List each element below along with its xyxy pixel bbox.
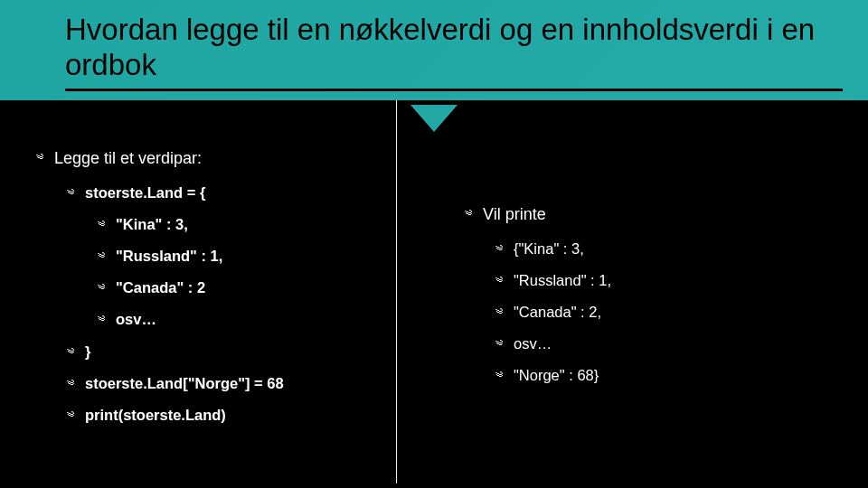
center-divider xyxy=(396,100,397,483)
left-intro: ༄ Legge til et verdipar: xyxy=(33,147,376,170)
right-item: ༄ {"Kina" : 3, xyxy=(492,239,823,259)
text: "Norge" : 68} xyxy=(514,365,599,386)
left-column: ༄ Legge til et verdipar: ༄ stoerste.Land… xyxy=(33,147,376,436)
bullet-icon: ༄ xyxy=(63,375,78,393)
text: stoerste.Land = { xyxy=(85,183,205,203)
right-item: ༄ "Norge" : 68} xyxy=(492,365,823,386)
right-column: ༄ Vil printe ༄ {"Kina" : 3, ༄ "Russland"… xyxy=(461,203,823,398)
bullet-icon: ༄ xyxy=(492,367,506,385)
bullet-icon: ༄ xyxy=(94,311,108,329)
bullet-icon: ༄ xyxy=(492,304,506,322)
title-underline xyxy=(65,89,843,91)
text: "Canada" : 2, xyxy=(514,302,601,323)
slide-body: ༄ Legge til et verdipar: ༄ stoerste.Land… xyxy=(0,100,868,483)
text: "Canada" : 2 xyxy=(116,277,205,298)
right-item: ༄ "Canada" : 2, xyxy=(492,302,823,323)
bullet-icon: ༄ xyxy=(492,240,506,258)
text: osv… xyxy=(116,309,156,330)
left-item: ༄ "Russland" : 1, xyxy=(94,246,376,267)
bullet-icon: ༄ xyxy=(461,205,476,223)
slide-title: Hvordan legge til en nøkkelverdi og en i… xyxy=(65,13,843,83)
left-dict-close: ༄ } xyxy=(63,342,376,362)
bullet-icon: ༄ xyxy=(492,335,506,353)
text: } xyxy=(85,342,90,362)
bullet-icon: ༄ xyxy=(63,343,78,361)
bullet-icon: ༄ xyxy=(63,407,78,425)
bullet-icon: ༄ xyxy=(94,216,108,234)
text: Vil printe xyxy=(483,203,546,226)
left-item: ༄ osv… xyxy=(94,309,376,330)
text: Legge til et verdipar: xyxy=(54,147,202,170)
left-print: ༄ print(stoerste.Land) xyxy=(63,405,376,426)
text: stoerste.Land["Norge"] = 68 xyxy=(85,373,284,394)
left-dict-open: ༄ stoerste.Land = { xyxy=(63,183,376,203)
text: {"Kina" : 3, xyxy=(514,239,584,259)
right-intro: ༄ Vil printe xyxy=(461,203,823,226)
bullet-icon: ༄ xyxy=(94,248,108,266)
left-item: ༄ "Canada" : 2 xyxy=(94,277,376,298)
bullet-icon: ༄ xyxy=(492,272,506,290)
right-item: ༄ "Russland" : 1, xyxy=(492,270,823,291)
title-header: Hvordan legge til en nøkkelverdi og en i… xyxy=(0,0,868,100)
bullet-icon: ༄ xyxy=(94,279,108,297)
text: osv… xyxy=(514,333,552,354)
text: "Russland" : 1, xyxy=(116,246,222,267)
left-assign: ༄ stoerste.Land["Norge"] = 68 xyxy=(63,373,376,394)
right-item: ༄ osv… xyxy=(492,333,823,354)
bullet-icon: ༄ xyxy=(33,149,47,167)
text: print(stoerste.Land) xyxy=(85,405,226,426)
text: "Kina" : 3, xyxy=(116,214,188,235)
left-item: ༄ "Kina" : 3, xyxy=(94,214,376,235)
text: "Russland" : 1, xyxy=(514,270,611,291)
bullet-icon: ༄ xyxy=(63,184,78,202)
